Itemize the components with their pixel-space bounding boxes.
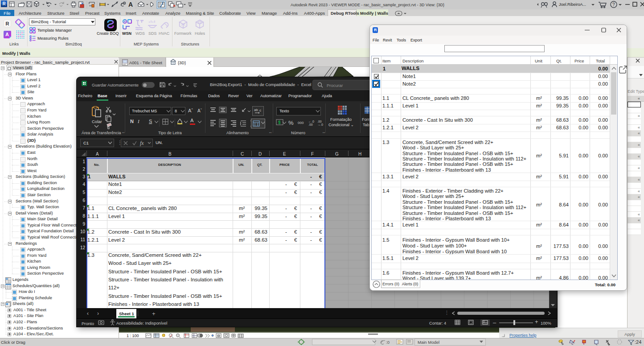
svg-text:Joel.RibeiroA...: Joel.RibeiroA... [559, 2, 586, 7]
svg-text:%: % [288, 119, 294, 126]
svg-text:←.0: ←.0 [308, 120, 314, 123]
svg-text:💲: 💲 [277, 120, 282, 124]
svg-text:?: ? [612, 2, 615, 7]
svg-text:c: c [259, 108, 261, 112]
svg-text:A: A [128, 1, 133, 8]
svg-text:→.0: →.0 [317, 123, 323, 126]
svg-text:R: R [3, 1, 6, 6]
svg-text:.00: .00 [308, 123, 313, 126]
svg-text:000: 000 [298, 121, 304, 125]
svg-text::24: :24 [635, 339, 641, 345]
svg-text:A: A [5, 32, 9, 37]
svg-text:.00: .00 [317, 120, 322, 123]
svg-text:ab: ab [254, 108, 258, 112]
svg-text:fx: fx [140, 140, 144, 146]
